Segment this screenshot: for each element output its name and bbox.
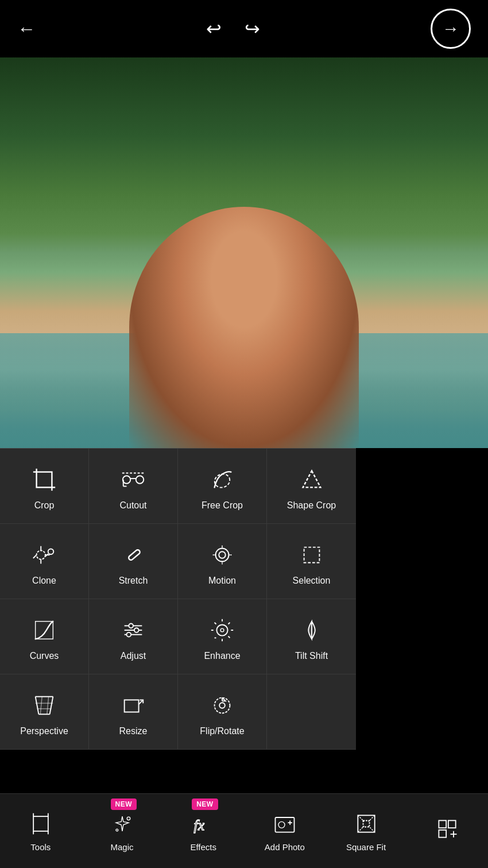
stretch-label: Stretch: [119, 576, 148, 586]
svg-line-47: [50, 697, 53, 715]
bottom-more[interactable]: [406, 794, 488, 868]
tool-cutout[interactable]: Cutout: [89, 449, 178, 524]
bottom-tools[interactable]: Tools: [0, 794, 82, 868]
svg-line-51: [40, 697, 42, 715]
tool-resize[interactable]: Resize: [89, 674, 178, 750]
add-photo-bottom-label: Add Photo: [265, 842, 305, 852]
shape-crop-icon: [297, 465, 327, 495]
photo-background: [0, 57, 488, 448]
svg-line-17: [33, 555, 37, 558]
svg-rect-77: [448, 820, 456, 828]
tool-crop[interactable]: Crop: [0, 449, 89, 524]
back-icon: ←: [17, 18, 36, 40]
resize-label: Resize: [119, 726, 148, 736]
tool-shape-crop[interactable]: Shape Crop: [267, 449, 356, 524]
tilt-shift-label: Tilt Shift: [295, 651, 328, 661]
tool-clone[interactable]: Clone: [0, 524, 89, 599]
tool-adjust[interactable]: Adjust: [89, 599, 178, 674]
svg-point-44: [220, 628, 224, 632]
tool-free-crop[interactable]: Free Crop: [178, 449, 267, 524]
tool-enhance[interactable]: Enhance: [178, 599, 267, 674]
svg-point-34: [127, 632, 131, 637]
curves-label: Curves: [30, 651, 59, 661]
svg-rect-78: [439, 830, 447, 837]
free-crop-icon: [207, 465, 237, 495]
svg-point-11: [212, 472, 231, 490]
motion-icon: [207, 540, 237, 570]
stretch-icon: [118, 540, 148, 570]
svg-rect-53: [125, 700, 139, 712]
redo-icon: ↪: [245, 18, 260, 40]
back-button[interactable]: ←: [17, 18, 36, 40]
cutout-label: Cutout: [119, 500, 146, 511]
svg-marker-12: [303, 471, 320, 488]
svg-line-42: [228, 623, 230, 624]
svg-rect-76: [439, 820, 447, 828]
crop-icon: [29, 465, 59, 495]
bottom-magic[interactable]: NEW Magic: [82, 794, 163, 868]
svg-line-74: [368, 826, 374, 832]
redo-button[interactable]: ↪: [245, 18, 260, 40]
svg-line-54: [139, 700, 144, 704]
svg-point-18: [48, 549, 54, 554]
svg-point-13: [37, 550, 45, 559]
flip-rotate-label: Flip/Rotate: [200, 726, 244, 736]
adjust-label: Adjust: [121, 651, 146, 661]
bottom-square-fit[interactable]: Square Fit: [326, 794, 407, 868]
tool-flip-rotate[interactable]: Flip/Rotate: [178, 674, 267, 750]
tool-perspective[interactable]: Perspective: [0, 674, 89, 750]
tools-panel: Crop Cutout Fr: [0, 448, 356, 750]
svg-point-22: [219, 551, 226, 558]
tool-selection[interactable]: Selection: [267, 524, 356, 599]
effects-icon: fx: [189, 810, 217, 838]
enhance-icon: [207, 615, 237, 645]
svg-line-52: [47, 697, 49, 715]
svg-rect-27: [304, 547, 319, 563]
svg-rect-0: [37, 472, 52, 488]
clone-icon: [29, 540, 59, 570]
person-layer: [129, 207, 359, 448]
tools-bottom-label: Tools: [30, 842, 51, 852]
svg-point-67: [278, 821, 285, 828]
forward-button[interactable]: →: [431, 9, 471, 49]
svg-line-41: [228, 636, 230, 638]
more-icon: [433, 815, 461, 843]
perspective-label: Perspective: [20, 726, 68, 736]
right-panel: [356, 448, 488, 793]
forward-icon: →: [442, 19, 459, 38]
shape-crop-label: Shape Crop: [287, 500, 336, 511]
magic-bottom-label: Magic: [111, 842, 134, 852]
svg-point-56: [219, 703, 225, 708]
crop-label: Crop: [34, 500, 55, 511]
svg-point-21: [216, 549, 229, 562]
bottom-navigation: Tools NEW Magic NEW fx Effects: [0, 793, 488, 868]
svg-point-6: [136, 476, 144, 483]
cutout-icon: [118, 465, 148, 495]
tool-stretch[interactable]: Stretch: [89, 524, 178, 599]
svg-line-40: [215, 623, 216, 624]
effects-badge: NEW: [192, 798, 218, 810]
undo-button[interactable]: ↩: [206, 18, 222, 40]
magic-icon: [109, 810, 136, 838]
flip-rotate-icon: [207, 690, 237, 720]
tool-curves[interactable]: Curves: [0, 599, 89, 674]
nav-center-controls: ↩ ↪: [206, 18, 260, 40]
top-navigation: ← ↩ ↪ →: [0, 0, 488, 57]
tilt-shift-icon: [297, 615, 327, 645]
svg-point-63: [127, 817, 130, 820]
bottom-effects[interactable]: NEW fx Effects: [162, 794, 244, 868]
curves-icon: [29, 615, 59, 645]
svg-point-64: [116, 829, 118, 831]
tools-icon: [27, 810, 55, 838]
free-crop-label: Free Crop: [202, 500, 243, 511]
photo-canvas: [0, 57, 488, 448]
tool-tilt-shift[interactable]: Tilt Shift: [267, 599, 356, 674]
svg-rect-58: [33, 816, 48, 831]
perspective-icon: [29, 690, 59, 720]
svg-text:fx: fx: [194, 817, 205, 834]
enhance-label: Enhance: [204, 651, 240, 661]
clone-label: Clone: [32, 576, 56, 586]
tool-motion[interactable]: Motion: [178, 524, 267, 599]
svg-point-33: [134, 628, 139, 632]
bottom-add-photo[interactable]: Add Photo: [244, 794, 326, 868]
